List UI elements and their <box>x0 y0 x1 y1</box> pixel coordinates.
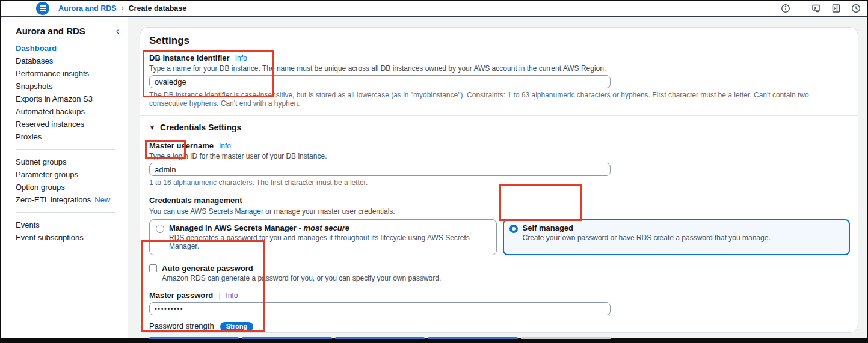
db-instance-identifier-info-link[interactable]: Info <box>235 54 247 62</box>
main-content: Settings DB instance identifier Info Typ… <box>128 17 867 338</box>
db-instance-identifier-input[interactable] <box>149 75 611 88</box>
sidebar-item-subnet-groups[interactable]: Subnet groups <box>16 158 128 166</box>
settings-panel: Settings DB instance identifier Info Typ… <box>140 27 858 333</box>
credentials-management-label: Credentials management <box>149 196 242 205</box>
hamburger-menu-icon[interactable] <box>36 2 49 15</box>
sidebar-item-exports-in-amazon-s3[interactable]: Exports in Amazon S3 <box>16 95 128 103</box>
password-strength-meter <box>149 337 611 339</box>
breadcrumb-current-create-database: Create database <box>129 4 187 13</box>
option-self-managed[interactable]: Self managed Create your own password or… <box>503 219 851 255</box>
sidebar-item-automated-backups[interactable]: Automated backups <box>16 108 128 115</box>
side-navigation: Aurora and RDS ‹ Dashboard Databases Per… <box>1 17 128 338</box>
settings-heading: Settings <box>149 35 849 47</box>
auto-generate-password-checkbox[interactable] <box>149 264 157 272</box>
sidebar-divider <box>16 149 115 150</box>
section-divider <box>140 115 858 116</box>
sidebar-item-performance-insights[interactable]: Performance insights <box>16 70 128 77</box>
sidebar-item-snapshots[interactable]: Snapshots <box>16 82 128 90</box>
new-badge[interactable]: New <box>94 195 110 205</box>
option-title: Self managed <box>523 223 771 232</box>
master-password-info-link[interactable]: Info <box>226 291 238 300</box>
auto-generate-password-description: Amazon RDS can generate a password for y… <box>162 274 441 282</box>
sidebar-title: Aurora and RDS <box>16 26 85 36</box>
master-username-description: Type a login ID for the master user of y… <box>149 152 849 160</box>
sidebar-collapse-icon[interactable]: ‹ <box>116 26 119 36</box>
label-divider: | <box>218 291 220 300</box>
clock-icon[interactable] <box>851 4 861 13</box>
sidebar-item-label: Zero-ETL integrations <box>16 195 91 204</box>
db-instance-identifier-label: DB instance identifier <box>149 53 230 62</box>
sidebar-item-proxies[interactable]: Proxies <box>16 133 128 141</box>
breadcrumb-link-aurora-and-rds[interactable]: Aurora and RDS <box>58 4 117 13</box>
password-strength-badge: Strong <box>220 322 253 332</box>
radio-unselected-icon[interactable] <box>156 225 164 233</box>
sidebar-item-zero-etl-integrations[interactable]: Zero-ETL integrationsNew <box>16 196 128 204</box>
option-title: Managed in AWS Secrets Manager - <box>169 223 303 232</box>
credentials-management-description: You can use AWS Secrets Manager or manag… <box>149 207 849 216</box>
master-username-input[interactable] <box>149 163 611 176</box>
sidebar-item-dashboard[interactable]: Dashboard <box>16 44 128 52</box>
breadcrumb-separator-icon: › <box>122 4 124 13</box>
topbar-divider <box>801 4 801 13</box>
master-username-constraint: 1 to 16 alphanumeric characters. The fir… <box>149 178 849 187</box>
option-managed-in-secrets-manager[interactable]: Managed in AWS Secrets Manager - most se… <box>149 219 497 255</box>
db-instance-identifier-description: Type a name for your DB instance. The na… <box>149 64 849 73</box>
option-title-emphasis: most secure <box>303 223 349 232</box>
option-description: Create your own password or have RDS cre… <box>523 234 771 242</box>
expand-triangle-icon: ▼ <box>149 124 155 131</box>
app-window: Aurora and RDS › Create database Aurora … <box>0 0 868 343</box>
auto-generate-password-label[interactable]: Auto generate password <box>162 264 441 273</box>
sidebar-item-parameter-groups[interactable]: Parameter groups <box>16 171 128 178</box>
master-username-info-link[interactable]: Info <box>219 142 231 150</box>
sidebar-item-event-subscriptions[interactable]: Event subscriptions <box>16 234 128 241</box>
credentials-settings-heading: Credentials Settings <box>160 123 241 132</box>
terminal-icon[interactable] <box>811 4 821 13</box>
sidebar-item-events[interactable]: Events <box>16 221 128 229</box>
sidebar-item-databases[interactable]: Databases <box>16 57 128 65</box>
master-password-input[interactable] <box>149 302 611 315</box>
master-username-label: Master username <box>149 141 214 150</box>
topbar-actions <box>781 4 861 13</box>
top-navigation-bar: Aurora and RDS › Create database <box>1 1 867 17</box>
option-description: RDS generates a password for you and man… <box>169 234 490 250</box>
credentials-settings-expander[interactable]: ▼ Credentials Settings <box>149 123 849 132</box>
sidebar-divider <box>16 250 115 250</box>
sidebar-item-reserved-instances[interactable]: Reserved instances <box>16 120 128 128</box>
notebook-icon[interactable] <box>831 4 841 13</box>
master-password-label: Master password <box>149 291 213 300</box>
radio-selected-icon[interactable] <box>509 225 518 233</box>
password-strength-label[interactable]: Password strength <box>149 321 214 332</box>
sidebar-divider <box>16 212 115 213</box>
sidebar-item-option-groups[interactable]: Option groups <box>16 183 128 191</box>
info-icon[interactable] <box>781 4 790 13</box>
db-instance-identifier-constraint: The DB instance identifier is case-insen… <box>149 91 849 108</box>
